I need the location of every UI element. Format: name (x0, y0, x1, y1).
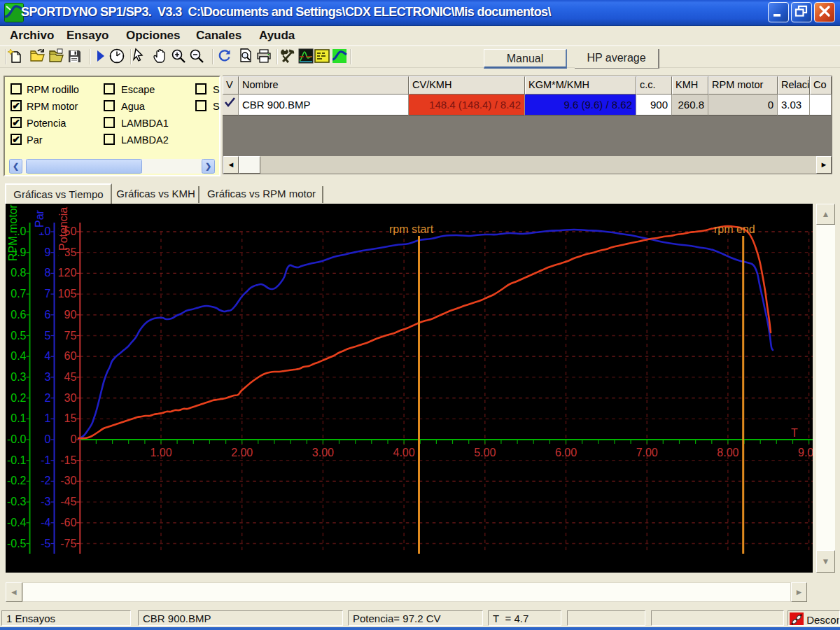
svg-text:15: 15 (64, 412, 77, 424)
svg-text:-45: -45 (60, 496, 76, 507)
svg-text:3: 3 (45, 371, 51, 383)
svg-text:8: 8 (45, 267, 51, 279)
svg-text:4.00: 4.00 (393, 447, 415, 458)
svg-text:6: 6 (45, 309, 51, 321)
svg-text:5.00: 5.00 (474, 447, 496, 458)
svg-text:-0.2: -0.2 (7, 475, 27, 486)
svg-text:-2: -2 (41, 475, 50, 486)
svg-text:-0.5: -0.5 (7, 538, 27, 550)
svg-text:7: 7 (45, 288, 51, 300)
svg-text:0.3: 0.3 (10, 371, 26, 383)
svg-text:9: 9 (45, 246, 51, 258)
svg-text:Par: Par (34, 209, 46, 227)
svg-text:-5: -5 (41, 538, 50, 550)
svg-text:1: 1 (45, 412, 51, 424)
svg-text:-75: -75 (60, 538, 76, 550)
svg-text:0.5: 0.5 (10, 330, 26, 342)
svg-text:8.00: 8.00 (717, 447, 738, 458)
svg-text:6.00: 6.00 (555, 447, 577, 458)
svg-text:rpm end: rpm end (714, 223, 755, 235)
svg-text:2.00: 2.00 (231, 447, 253, 458)
svg-text:-0.3: -0.3 (7, 496, 27, 507)
svg-text:0.8: 0.8 (10, 267, 26, 279)
svg-text:-0.1: -0.1 (7, 454, 27, 466)
svg-text:-15: -15 (60, 454, 76, 466)
svg-text:0: 0 (45, 433, 51, 445)
svg-text:90: 90 (64, 309, 77, 321)
svg-text:5: 5 (45, 330, 51, 342)
svg-text:3.00: 3.00 (312, 447, 334, 458)
svg-text:60: 60 (64, 350, 77, 362)
svg-text:0.6: 0.6 (10, 309, 26, 321)
svg-text:0: 0 (70, 433, 76, 445)
svg-text:0.4: 0.4 (10, 350, 26, 362)
svg-text:-3: -3 (41, 496, 50, 507)
svg-text:Potencia: Potencia (57, 207, 69, 251)
svg-text:-1: -1 (41, 454, 50, 466)
svg-text:1.00: 1.00 (150, 447, 172, 458)
svg-text:rpm start: rpm start (389, 223, 434, 235)
svg-text:T: T (791, 427, 798, 439)
svg-text:-0.0: -0.0 (7, 433, 27, 445)
svg-text:-30: -30 (60, 475, 76, 486)
svg-text:120: 120 (58, 267, 77, 279)
svg-text:4: 4 (45, 350, 51, 362)
svg-text:0.1: 0.1 (10, 412, 26, 424)
svg-text:45: 45 (64, 371, 77, 383)
svg-text:RPM motor: RPM motor (7, 204, 19, 261)
svg-text:75: 75 (64, 330, 77, 342)
svg-text:0.7: 0.7 (10, 288, 26, 300)
svg-text:105: 105 (58, 288, 77, 300)
svg-text:-4: -4 (41, 517, 50, 528)
svg-text:-0.4: -0.4 (7, 517, 27, 528)
svg-text:2: 2 (45, 392, 51, 404)
svg-text:7.00: 7.00 (636, 447, 658, 458)
svg-text:-60: -60 (60, 517, 76, 528)
svg-text:0.2: 0.2 (10, 392, 26, 404)
svg-text:9.00: 9.00 (798, 447, 813, 458)
svg-text:30: 30 (64, 392, 77, 404)
